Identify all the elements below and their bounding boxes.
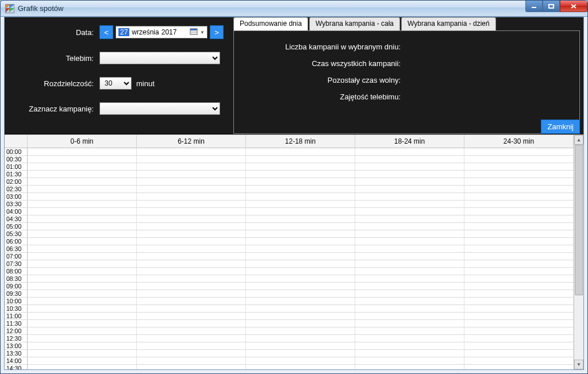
grid-cell[interactable] — [355, 335, 464, 342]
grid-cell[interactable] — [28, 215, 137, 222]
grid-cell[interactable] — [246, 357, 355, 364]
grid-cell[interactable] — [137, 268, 246, 275]
grid-cell[interactable] — [28, 245, 137, 252]
grid-cell[interactable] — [246, 245, 355, 252]
col-0-6[interactable]: 0-6 min — [28, 135, 137, 148]
table-row[interactable]: 12:00 — [5, 327, 574, 335]
grid-cell[interactable] — [246, 290, 355, 297]
grid-cell[interactable] — [28, 275, 137, 282]
col-24-30[interactable]: 24-30 min — [464, 135, 574, 148]
grid-cell[interactable] — [464, 268, 574, 275]
col-6-12[interactable]: 6-12 min — [137, 135, 246, 148]
grid-cell[interactable] — [464, 335, 574, 342]
table-row[interactable]: 14:00 — [5, 357, 574, 365]
grid-cell[interactable] — [137, 230, 246, 237]
grid-cell[interactable] — [28, 342, 137, 349]
grid-cell[interactable] — [464, 163, 574, 170]
grid-cell[interactable] — [355, 327, 464, 334]
grid-cell[interactable] — [28, 320, 137, 327]
grid-cell[interactable] — [28, 268, 137, 275]
grid-cell[interactable] — [28, 230, 137, 237]
table-row[interactable]: 00:30 — [5, 156, 574, 163]
grid-cell[interactable] — [464, 238, 574, 245]
table-row[interactable]: 05:30 — [5, 230, 574, 238]
grid-cell[interactable] — [464, 193, 574, 200]
grid-cell[interactable] — [464, 253, 574, 260]
table-row[interactable]: 04:30 — [5, 215, 574, 223]
grid-cell[interactable] — [246, 298, 355, 304]
grid-cell[interactable] — [355, 305, 464, 312]
scroll-track[interactable] — [574, 145, 583, 360]
grid-cell[interactable] — [355, 215, 464, 222]
grid-cell[interactable] — [137, 342, 246, 349]
grid-cell[interactable] — [137, 260, 246, 267]
grid-cell[interactable] — [355, 313, 464, 319]
grid-cell[interactable] — [464, 342, 574, 349]
grid-cell[interactable] — [137, 283, 246, 290]
grid-cell[interactable] — [137, 223, 246, 230]
grid-cell[interactable] — [28, 193, 137, 200]
grid-cell[interactable] — [28, 163, 137, 170]
col-12-18[interactable]: 12-18 min — [246, 135, 355, 148]
grid-cell[interactable] — [355, 238, 464, 245]
table-row[interactable]: 07:30 — [5, 260, 574, 268]
table-row[interactable]: 10:30 — [5, 305, 574, 313]
grid-cell[interactable] — [355, 156, 464, 163]
grid-cell[interactable] — [246, 201, 355, 207]
grid-cell[interactable] — [28, 178, 137, 185]
minimize-button[interactable] — [525, 1, 543, 12]
grid-cell[interactable] — [137, 357, 246, 364]
resolution-select[interactable]: 30 — [99, 77, 132, 90]
tab-summary[interactable]: Podsumowanie dnia — [233, 17, 308, 30]
grid-cell[interactable] — [464, 215, 574, 222]
grid-cell[interactable] — [464, 313, 574, 319]
date-picker[interactable]: 27 września 2017 ▼ — [116, 26, 207, 38]
col-18-24[interactable]: 18-24 min — [355, 135, 464, 148]
telebim-select[interactable] — [99, 52, 220, 64]
grid-cell[interactable] — [355, 245, 464, 252]
grid-cell[interactable] — [464, 260, 574, 267]
grid-cell[interactable] — [246, 156, 355, 163]
grid-cell[interactable] — [355, 208, 464, 215]
grid-cell[interactable] — [355, 223, 464, 230]
grid-cell[interactable] — [464, 365, 574, 369]
grid-cell[interactable] — [28, 365, 137, 369]
grid-cell[interactable] — [28, 313, 137, 319]
grid-cell[interactable] — [355, 275, 464, 282]
dropdown-icon[interactable]: ▼ — [200, 30, 205, 35]
grid-cell[interactable] — [246, 275, 355, 282]
grid-cell[interactable] — [464, 208, 574, 215]
grid-cell[interactable] — [464, 275, 574, 282]
vertical-scrollbar[interactable]: ▲ ▼ — [574, 135, 583, 369]
grid-cell[interactable] — [28, 223, 137, 230]
titlebar[interactable]: Grafik spotów — [1, 1, 587, 17]
table-row[interactable]: 00:00 — [5, 148, 574, 156]
grid-cell[interactable] — [246, 208, 355, 215]
grid-cell[interactable] — [246, 342, 355, 349]
table-row[interactable]: 11:00 — [5, 313, 574, 320]
table-row[interactable]: 02:30 — [5, 186, 574, 193]
grid-cell[interactable] — [246, 283, 355, 290]
grid-cell[interactable] — [355, 268, 464, 275]
grid-cell[interactable] — [464, 327, 574, 334]
table-row[interactable]: 10:00 — [5, 298, 574, 305]
grid-cell[interactable] — [355, 320, 464, 327]
grid-cell[interactable] — [355, 148, 464, 155]
grid-cell[interactable] — [28, 186, 137, 192]
grid-cell[interactable] — [28, 260, 137, 267]
grid-cell[interactable] — [246, 171, 355, 178]
grid-cell[interactable] — [137, 148, 246, 155]
grid-cell[interactable] — [246, 230, 355, 237]
grid-cell[interactable] — [246, 163, 355, 170]
grid-cell[interactable] — [464, 305, 574, 312]
grid-cell[interactable] — [137, 327, 246, 334]
grid-cell[interactable] — [464, 320, 574, 327]
grid-cell[interactable] — [464, 357, 574, 364]
grid-cell[interactable] — [137, 178, 246, 185]
table-row[interactable]: 03:00 — [5, 193, 574, 201]
table-row[interactable]: 04:00 — [5, 208, 574, 215]
table-row[interactable]: 08:30 — [5, 275, 574, 283]
grid-cell[interactable] — [246, 313, 355, 319]
grid-cell[interactable] — [28, 298, 137, 304]
table-row[interactable]: 11:30 — [5, 320, 574, 327]
